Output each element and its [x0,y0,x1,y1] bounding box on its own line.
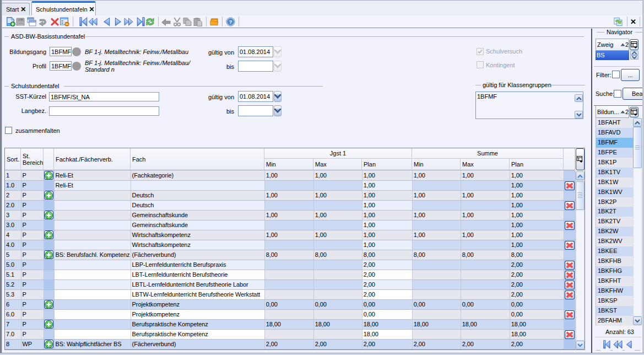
svg-text:?: ? [229,19,232,25]
